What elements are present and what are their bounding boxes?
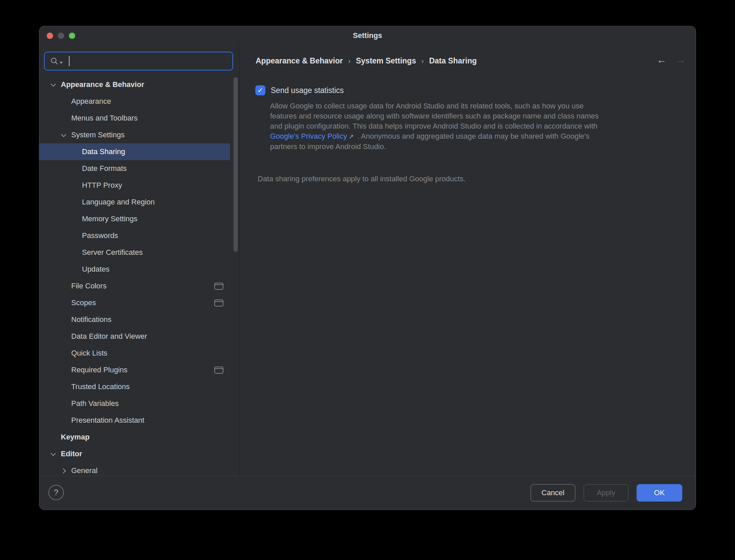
sidebar-scrollbar[interactable] (233, 77, 238, 252)
sidebar-item-notifications[interactable]: Notifications (39, 311, 230, 328)
sidebar-item-menus-and-toolbars[interactable]: Menus and Toolbars (39, 110, 230, 127)
sidebar-item-label: Menus and Toolbars (71, 114, 138, 123)
footer-bar: ? Cancel Apply OK (39, 476, 696, 510)
send-usage-statistics-checkbox[interactable]: ✓ (255, 85, 265, 95)
sidebar-item-label: Updates (82, 265, 110, 274)
sidebar-item-appearance-behavior[interactable]: Appearance & Behavior (39, 76, 230, 93)
send-usage-statistics-label[interactable]: Send usage statistics (271, 86, 344, 95)
sidebar-item-label: Editor (61, 450, 82, 458)
sidebar-item-date-formats[interactable]: Date Formats (39, 160, 230, 177)
send-usage-statistics-row: ✓ Send usage statistics (255, 85, 344, 95)
help-button[interactable]: ? (48, 485, 64, 500)
sidebar-item-server-certificates[interactable]: Server Certificates (39, 244, 230, 261)
sidebar-item-system-settings[interactable]: System Settings (39, 127, 230, 143)
sidebar-item-scopes[interactable]: Scopes (39, 294, 230, 311)
window-title: Settings (353, 31, 382, 40)
settings-content: Appearance & Behavior›System Settings›Da… (240, 45, 696, 476)
sidebar-item-passwords[interactable]: Passwords (39, 227, 230, 244)
sidebar-item-data-editor-and-viewer[interactable]: Data Editor and Viewer (39, 328, 230, 345)
footer-buttons: Cancel Apply OK (530, 484, 682, 502)
cancel-button[interactable]: Cancel (530, 484, 575, 502)
sidebar-item-label: Required Plugins (71, 366, 128, 374)
chevron-down-icon[interactable] (49, 81, 57, 89)
sidebar-item-label: Data Sharing (82, 147, 125, 156)
sidebar-item-presentation-assistant[interactable]: Presentation Assistant (39, 412, 230, 429)
sidebar-item-label: Trusted Locations (71, 382, 130, 391)
history-nav: ← → (657, 54, 686, 65)
sidebar-item-label: Presentation Assistant (71, 416, 144, 425)
sidebar-item-label: Server Certificates (82, 248, 143, 257)
sidebar-item-http-proxy[interactable]: HTTP Proxy (39, 177, 230, 194)
privacy-policy-link[interactable]: Google's Privacy Policy (270, 132, 347, 140)
minimize-window-button (58, 33, 64, 39)
main-area: Appearance & Behavior Appearance Menus a… (39, 45, 696, 476)
traffic-lights (47, 26, 75, 45)
sidebar-item-label: Path Variables (71, 399, 119, 408)
chevron-right-icon[interactable] (60, 467, 68, 475)
sidebar-item-label: Data Editor and Viewer (71, 332, 147, 341)
sidebar-item-required-plugins[interactable]: Required Plugins (39, 362, 230, 378)
breadcrumb-item[interactable]: Appearance & Behavior (256, 56, 343, 65)
sidebar-item-path-variables[interactable]: Path Variables (39, 395, 230, 412)
search-options-arrow-icon (59, 62, 63, 64)
external-link-icon: ↗ (348, 133, 354, 140)
sidebar-item-label: General (71, 466, 97, 475)
sidebar-item-trusted-locations[interactable]: Trusted Locations (39, 378, 230, 395)
sidebar-item-appearance[interactable]: Appearance (39, 93, 230, 110)
sidebar-item-language-and-region[interactable]: Language and Region (39, 194, 230, 211)
sidebar-item-keymap[interactable]: Keymap (39, 429, 230, 446)
data-sharing-note: Data sharing preferences apply to all in… (258, 175, 466, 183)
sidebar-item-label: Appearance (71, 97, 111, 106)
description-text-before: Allow Google to collect usage data for A… (270, 102, 599, 130)
titlebar: Settings (39, 26, 696, 45)
sidebar-item-label: HTTP Proxy (82, 181, 122, 190)
sidebar-item-label: System Settings (71, 131, 125, 139)
sidebar-item-quick-lists[interactable]: Quick Lists (39, 345, 230, 362)
sidebar-item-editor[interactable]: Editor (39, 446, 230, 462)
usage-statistics-description: Allow Google to collect usage data for A… (270, 101, 603, 152)
text-cursor (69, 56, 70, 66)
window-icon (214, 283, 223, 290)
sidebar-item-memory-settings[interactable]: Memory Settings (39, 211, 230, 227)
chevron-down-icon[interactable] (60, 131, 68, 139)
forward-arrow-icon: → (676, 54, 686, 65)
window-icon (214, 299, 223, 307)
ok-button[interactable]: OK (637, 484, 682, 502)
sidebar-item-label: Language and Region (82, 198, 155, 206)
search-icon[interactable] (50, 57, 63, 65)
breadcrumb-item[interactable]: Data Sharing (429, 56, 477, 65)
sidebar-item-label: Notifications (71, 315, 112, 324)
sidebar-item-general[interactable]: General (39, 462, 230, 476)
sidebar-item-label: Appearance & Behavior (61, 80, 144, 89)
zoom-window-button[interactable] (69, 33, 75, 39)
sidebar-item-file-colors[interactable]: File Colors (39, 278, 230, 294)
settings-sidebar: Appearance & Behavior Appearance Menus a… (39, 45, 240, 476)
breadcrumb-item[interactable]: System Settings (356, 56, 416, 65)
sidebar-item-label: Keymap (61, 433, 90, 441)
back-arrow-icon[interactable]: ← (657, 54, 666, 65)
apply-button[interactable]: Apply (583, 484, 629, 502)
sidebar-item-label: Date Formats (82, 164, 127, 173)
settings-dialog: Settings Appearance & Behavior Appearan (39, 26, 696, 510)
sidebar-item-label: File Colors (71, 282, 106, 290)
close-window-button[interactable] (47, 33, 53, 39)
sidebar-item-label: Quick Lists (71, 349, 107, 358)
breadcrumb: Appearance & Behavior›System Settings›Da… (256, 55, 477, 66)
sidebar-item-label: Passwords (82, 231, 118, 240)
sidebar-item-updates[interactable]: Updates (39, 261, 230, 278)
breadcrumb-separator: › (348, 57, 350, 65)
sidebar-tree: Appearance & Behavior Appearance Menus a… (39, 76, 239, 476)
breadcrumb-separator: › (421, 57, 424, 65)
chevron-down-icon[interactable] (49, 450, 57, 458)
sidebar-item-data-sharing[interactable]: Data Sharing (39, 143, 230, 160)
sidebar-item-label: Scopes (71, 298, 96, 307)
search-input[interactable] (44, 52, 233, 71)
sidebar-item-label: Memory Settings (82, 215, 137, 223)
window-icon (214, 367, 223, 374)
